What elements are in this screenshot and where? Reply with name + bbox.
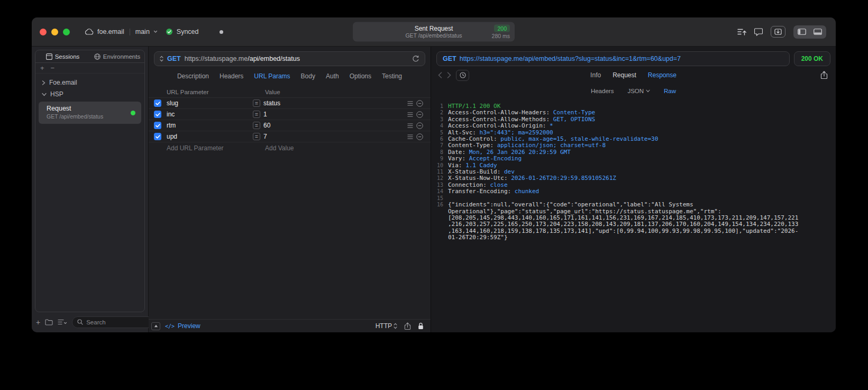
tab-request[interactable]: Request (613, 71, 636, 79)
line-number: 6 (431, 136, 448, 142)
tab-sessions[interactable]: Sessions (35, 50, 90, 62)
new-folder-icon[interactable] (45, 319, 53, 325)
param-checkbox[interactable] (154, 133, 161, 140)
request-url[interactable]: https://statuspage.me/api/embed/status (185, 55, 300, 62)
line-number: 9 (431, 156, 448, 162)
search-icon (77, 319, 83, 325)
line-number: 12 (431, 175, 448, 182)
row-menu-icon[interactable] (405, 112, 415, 117)
tab-testing[interactable]: Testing (382, 72, 402, 80)
tree-item-foe-email[interactable]: Foe.email (38, 77, 142, 88)
add-url-parameter-field[interactable]: Add URL Parameter (167, 144, 253, 152)
tab-auth[interactable]: Auth (326, 72, 339, 80)
add-session-button[interactable]: + (40, 65, 44, 71)
share-icon[interactable] (404, 322, 411, 330)
comment-icon[interactable] (754, 28, 763, 36)
project-name[interactable]: foe.email (97, 28, 124, 35)
project-cluster: foe.email main Synced (85, 28, 223, 35)
resend-request-icon[interactable] (412, 55, 419, 62)
protocol-selector[interactable]: HTTP (376, 322, 397, 330)
history-clock-icon[interactable] (456, 70, 469, 81)
add-item-button[interactable]: + (36, 319, 40, 326)
row-menu-icon[interactable] (405, 134, 415, 139)
param-value[interactable]: 1 (263, 111, 267, 118)
tab-body[interactable]: Body (301, 72, 315, 80)
line-number: 13 (431, 182, 448, 188)
tab-sessions-label: Sessions (55, 53, 80, 60)
minimize-window-button[interactable] (51, 29, 58, 35)
main-content: Sessions Environments + − (32, 47, 836, 332)
add-value-field[interactable]: Add Value (253, 144, 424, 152)
request-list-item-selected[interactable]: Request GET /api/embed/status (39, 102, 141, 124)
param-checkbox[interactable] (154, 122, 161, 129)
response-code[interactable]: 1HTTP/1.1 200 OK2Access-Control-Allow-He… (431, 98, 836, 332)
import-export-icon[interactable] (771, 26, 785, 38)
request-url-bar[interactable]: GET https://statuspage.me/api/embed/stat… (154, 51, 425, 66)
tree-item-label: HSP (50, 90, 63, 98)
export-share-icon[interactable] (820, 71, 828, 79)
sidebar-tabs: Sessions Environments (35, 50, 144, 63)
param-value[interactable]: status (263, 99, 280, 107)
url-path: /api/embed/status (248, 55, 300, 62)
param-value[interactable]: 60 (263, 122, 270, 129)
code-text: Transfer-Encoding: chunked (448, 188, 800, 195)
request-method[interactable]: GET (167, 55, 181, 62)
forward-icon[interactable] (447, 72, 451, 78)
line-number: 5 (431, 130, 448, 136)
chevron-down-icon (42, 93, 47, 96)
tab-options[interactable]: Options (350, 72, 371, 80)
toggle-bottom-panel-button[interactable] (810, 26, 825, 38)
param-name[interactable]: slug (167, 99, 253, 107)
code-line: 16{"incidents":null,"overall":{"code":"o… (431, 202, 800, 241)
param-row-rtm: rtm =60 (149, 120, 431, 131)
tree-item-hsp[interactable]: HSP (38, 88, 142, 100)
titlebar-toolbar (737, 25, 826, 39)
subtab-raw[interactable]: Raw (664, 88, 676, 94)
code-text: Vary: Accept-Encoding (448, 156, 800, 162)
sent-request-pill[interactable]: Sent Request GET /api/embed/status 200 2… (353, 22, 515, 42)
param-value[interactable]: 7 (263, 133, 267, 140)
lock-icon[interactable] (418, 322, 424, 330)
url-params-table: URL Parameter Value slug =status inc =1 (149, 86, 431, 319)
row-menu-icon[interactable] (405, 123, 415, 128)
collapse-panel-icon[interactable] (151, 322, 160, 330)
sort-list-icon[interactable] (58, 319, 67, 325)
response-panel: GET https://statuspage.me/api/embed/stat… (431, 47, 836, 332)
subtab-headers[interactable]: Headers (591, 88, 614, 94)
request-queue-icon[interactable] (737, 28, 746, 35)
param-checkbox[interactable] (154, 99, 161, 107)
method-selector-icon[interactable] (160, 56, 163, 62)
equals-icon: = (253, 111, 260, 118)
table-header: URL Parameter Value (149, 86, 431, 98)
preview-button[interactable]: </> Preview (165, 322, 200, 330)
tab-url-params[interactable]: URL Params (254, 72, 290, 80)
tab-environments[interactable]: Environments (90, 50, 144, 62)
updown-chevrons-icon (394, 323, 397, 329)
tab-description[interactable]: Description (177, 72, 209, 80)
line-number: 10 (431, 162, 448, 169)
tab-headers[interactable]: Headers (220, 72, 243, 80)
toggle-sidebar-button[interactable] (794, 26, 809, 38)
param-name[interactable]: rtm (167, 122, 253, 129)
window-controls (40, 29, 70, 35)
subtab-json[interactable]: JSON (627, 88, 650, 94)
chevron-down-icon (646, 89, 650, 93)
line-number: 15 (431, 195, 448, 202)
remove-row-icon[interactable] (415, 100, 424, 107)
response-request-line[interactable]: GET https://statuspage.me/api/embed/stat… (436, 51, 790, 66)
close-window-button[interactable] (40, 29, 47, 35)
tab-response[interactable]: Response (648, 71, 677, 79)
line-number: 1 (431, 103, 448, 110)
branch-name[interactable]: main (135, 28, 150, 35)
remove-row-icon[interactable] (415, 111, 424, 118)
param-checkbox[interactable] (154, 111, 161, 118)
tab-info[interactable]: Info (590, 71, 601, 79)
remove-row-icon[interactable] (415, 133, 424, 140)
param-name[interactable]: upd (167, 133, 253, 140)
row-menu-icon[interactable] (405, 101, 415, 106)
param-name[interactable]: inc (167, 111, 253, 118)
zoom-window-button[interactable] (63, 29, 70, 35)
remove-session-button[interactable]: − (51, 65, 55, 71)
back-icon[interactable] (438, 72, 442, 78)
remove-row-icon[interactable] (415, 122, 424, 129)
